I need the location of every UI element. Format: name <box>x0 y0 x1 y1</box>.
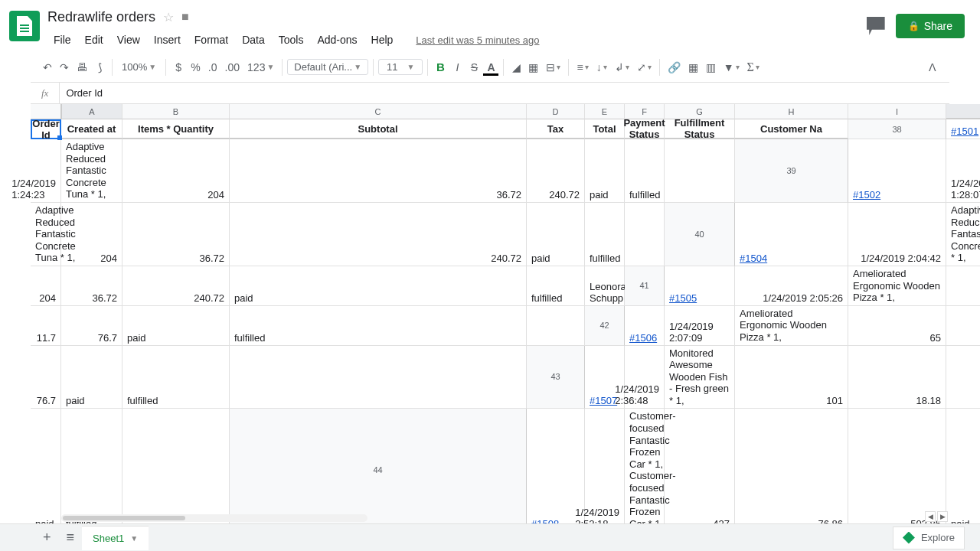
halign-icon[interactable]: ≡▾ <box>573 58 591 77</box>
col-header-D[interactable]: D <box>527 104 585 119</box>
percent-icon[interactable]: % <box>188 58 203 77</box>
menu-format[interactable]: Format <box>188 31 234 49</box>
header-cell[interactable]: Order Id <box>31 119 61 139</box>
cell-order-id[interactable]: #1505 <box>665 266 735 306</box>
font-size-select[interactable]: 11▼ <box>378 59 423 75</box>
sheet-tab-menu-icon[interactable]: ▼ <box>130 534 138 543</box>
sheets-logo-icon[interactable] <box>9 11 40 41</box>
undo-icon[interactable]: ↶ <box>40 58 55 77</box>
cell-items[interactable]: Customer-focused Fantastic Frozen Car * … <box>625 409 665 532</box>
cell-customer[interactable]: Leonora Schupp <box>585 266 625 306</box>
functions-icon[interactable]: Σ▾ <box>744 57 763 77</box>
text-color-button[interactable]: A <box>483 58 498 76</box>
share-button[interactable]: 🔒 Share <box>896 14 965 38</box>
filter-icon[interactable]: ▼▾ <box>720 58 743 77</box>
row-header-42[interactable]: 42 <box>585 306 625 346</box>
cell-items[interactable]: Ameliorated Ergonomic Wooden Pizza * 1, <box>848 266 946 306</box>
header-cell[interactable]: Payment Status <box>625 119 665 139</box>
cell-customer[interactable] <box>625 203 665 266</box>
cell-tax[interactable]: 11.7 <box>31 306 61 346</box>
zoom-select[interactable]: 100%▼ <box>117 60 161 74</box>
cell-fulfillment[interactable]: fulfilled <box>230 306 527 346</box>
cell-order-id[interactable]: #1502 <box>848 139 946 203</box>
redo-icon[interactable]: ↷ <box>57 58 72 77</box>
strike-button[interactable]: S <box>466 58 482 77</box>
sheet-tab[interactable]: Sheet1 ▼ <box>82 526 149 550</box>
cell-payment[interactable]: paid <box>122 306 230 346</box>
cell-created[interactable]: 1/24/2019 2:05:26 <box>735 266 848 306</box>
row-header-40[interactable]: 40 <box>665 203 735 266</box>
paint-format-icon[interactable]: ⟆ <box>92 58 107 77</box>
cell-fulfillment[interactable]: fulfilled <box>122 346 230 409</box>
header-cell[interactable]: Total <box>585 119 625 139</box>
cell-order-id[interactable]: #1506 <box>625 306 665 346</box>
cell-items[interactable]: Adaptive Reduced Fantastic Concrete Tuna… <box>61 139 122 203</box>
cell-created[interactable]: 1/24/2019 1:28:07 <box>946 139 980 203</box>
col-header-I[interactable]: I <box>848 104 946 119</box>
number-format-select[interactable]: 123▼ <box>244 58 277 77</box>
add-sheet-button[interactable]: + <box>35 525 59 550</box>
cell-subtotal[interactable]: 65 <box>946 266 980 306</box>
bold-button[interactable]: B <box>433 57 448 77</box>
rotate-icon[interactable]: ⤢▾ <box>634 58 655 77</box>
menu-data[interactable]: Data <box>236 31 271 49</box>
menu-view[interactable]: View <box>111 31 146 49</box>
row-header-41[interactable]: 41 <box>625 266 665 306</box>
chart-icon[interactable]: ▥ <box>703 58 719 77</box>
header-cell[interactable]: Items * Quantity <box>122 119 230 139</box>
cell-order-id[interactable]: #1504 <box>735 203 848 266</box>
font-select[interactable]: Default (Ari...▼ <box>287 59 368 75</box>
fill-color-icon[interactable]: ◢ <box>508 58 524 77</box>
horizontal-scrollbar[interactable] <box>61 514 368 522</box>
cell-payment[interactable]: paid <box>946 409 980 532</box>
cell-created[interactable]: 1/24/2019 2:04:42 <box>848 203 946 266</box>
cell-subtotal[interactable]: 204 <box>31 266 61 306</box>
select-all-corner[interactable] <box>31 104 61 119</box>
italic-button[interactable]: I <box>449 58 465 77</box>
spreadsheet-grid[interactable]: ABCDEFGHI1Order IdCreated atItems * Quan… <box>31 104 980 551</box>
header-cell[interactable]: Created at <box>61 119 122 139</box>
cell-created[interactable]: 1/24/2019 2:52:18 <box>585 409 625 532</box>
cell-tax[interactable]: 36.72 <box>230 139 527 203</box>
row-header-43[interactable]: 43 <box>527 346 585 409</box>
valign-icon[interactable]: ↓▾ <box>593 58 610 77</box>
decrease-decimal-icon[interactable]: .0 <box>205 58 220 77</box>
cell-subtotal[interactable]: 204 <box>61 203 122 266</box>
cell-tax[interactable]: 36.72 <box>122 203 230 266</box>
col-header-E[interactable]: E <box>585 104 625 119</box>
cell-total[interactable]: 76.7 <box>61 306 122 346</box>
cell-items[interactable]: Adaptive Reduced Fantastic Concrete Tuna… <box>946 203 980 266</box>
cell-payment[interactable]: paid <box>31 409 61 532</box>
cell-payment[interactable]: paid <box>585 139 625 203</box>
col-header-B[interactable]: B <box>122 104 230 119</box>
cell-subtotal[interactable]: 65 <box>848 306 946 346</box>
header-cell[interactable]: Fulfillment Status <box>665 119 735 139</box>
row-header-1[interactable]: 1 <box>946 104 980 119</box>
row-header-39[interactable]: 39 <box>735 139 848 203</box>
cell-items[interactable]: Ameliorated Ergonomic Wooden Pizza * 1, <box>735 306 848 346</box>
star-icon[interactable]: ☆ <box>163 10 174 24</box>
cell-subtotal[interactable]: 427 <box>665 409 735 532</box>
comment-insert Icon[interactable]: ▦ <box>685 58 701 77</box>
formula-input[interactable]: Order Id <box>60 87 103 99</box>
cell-tax[interactable]: 36.72 <box>61 266 122 306</box>
cell-items[interactable]: Adaptive Reduced Fantastic Concrete Tuna… <box>31 203 61 266</box>
cell-created[interactable]: 1/24/2019 2:36:48 <box>625 346 665 409</box>
print-icon[interactable]: 🖶 <box>74 58 90 77</box>
cell-tax[interactable]: 11.7 <box>946 306 980 346</box>
cell-total[interactable]: 119.18 <box>946 346 980 409</box>
menu-tools[interactable]: Tools <box>273 31 310 49</box>
merge-cells-icon[interactable]: ⊟▾ <box>543 58 564 77</box>
cell-items[interactable]: Monitored Awesome Wooden Fish - Fresh gr… <box>665 346 735 409</box>
borders-icon[interactable]: ▦ <box>525 58 541 77</box>
move-folder-icon[interactable]: ■ <box>181 10 189 24</box>
doc-title[interactable]: Redrawlife orders <box>47 9 155 25</box>
cell-total[interactable]: 240.72 <box>527 139 585 203</box>
wrap-icon[interactable]: ↲▾ <box>612 58 632 77</box>
menu-edit[interactable]: Edit <box>79 31 109 49</box>
currency-icon[interactable]: $ <box>171 58 186 77</box>
increase-decimal-icon[interactable]: .00 <box>222 58 243 77</box>
cell-fulfillment[interactable]: fulfilled <box>527 266 585 306</box>
cell-order-id[interactable]: #1501 <box>946 119 980 139</box>
cell-customer[interactable] <box>527 306 585 346</box>
